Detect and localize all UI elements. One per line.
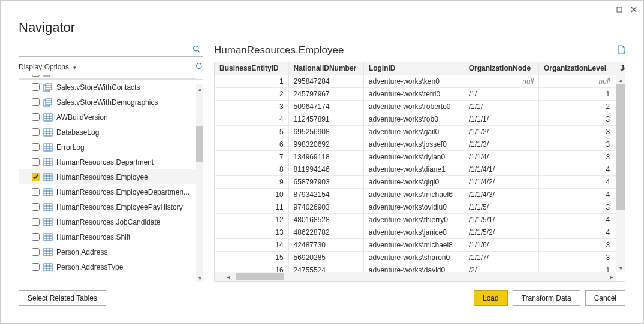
tree-checkbox[interactable] <box>32 203 40 211</box>
table-cell: 1 <box>215 75 288 87</box>
table-row[interactable]: 1556920285adventure-works\sharon0/1/1/7/… <box>215 251 625 264</box>
tree-item[interactable]: DatabaseLog <box>19 125 196 140</box>
refresh-icon[interactable] <box>195 62 203 72</box>
scroll-right-arrow[interactable]: ▸ <box>607 272 616 281</box>
table-row[interactable]: 4112457891adventure-works\rob0/1/1/1/3Se… <box>215 113 625 125</box>
column-header[interactable]: LoginID <box>363 62 464 75</box>
table-row[interactable]: 3509647174adventure-works\roberto0/1/1/2… <box>215 100 625 113</box>
table-cell: adventure-works\michael8 <box>363 238 464 251</box>
grid-horizontal-scrollbar[interactable]: ◂ ▸ <box>215 272 616 281</box>
column-header[interactable]: OrganizationNode <box>464 62 538 75</box>
tree-item[interactable]: ErrorLog <box>19 140 196 155</box>
tree-vertical-scrollbar[interactable]: ▴ ▾ <box>196 84 203 282</box>
table-cell: 1 <box>538 87 615 100</box>
table-cell: 879342154 <box>288 188 363 201</box>
table-row[interactable]: 8811994146adventure-works\diane1/1/1/4/1… <box>215 163 625 175</box>
table-row[interactable]: 1442487730adventure-works\michael8/1/1/6… <box>215 238 625 251</box>
tree-item[interactable]: AWBuildVersion <box>19 110 196 125</box>
column-header[interactable]: OrganizationLevel <box>538 62 615 75</box>
tree-item[interactable]: HumanResources.JobCandidate <box>19 214 196 229</box>
cancel-button[interactable]: Cancel <box>585 290 625 306</box>
table-cell: adventure-works\diane1 <box>363 163 464 175</box>
table-cell: 295847284 <box>288 75 363 87</box>
table-row[interactable]: 5695256908adventure-works\gail0/1/1/2/3D… <box>215 125 625 138</box>
select-related-tables-button[interactable]: Select Related Tables <box>19 290 106 306</box>
display-options-dropdown[interactable]: Display Options ▾ <box>19 63 76 71</box>
table-row[interactable]: 1295847284adventure-works\ken0nullnullCh… <box>215 75 625 87</box>
load-button[interactable]: Load <box>474 290 508 306</box>
tree-item[interactable]: Sales.vStoreWithDemographics <box>19 95 196 110</box>
tree-checkbox[interactable] <box>32 173 40 181</box>
table-row[interactable]: 9658797903adventure-works\gigi0/1/1/4/2/… <box>215 175 625 188</box>
scroll-up-arrow[interactable]: ▴ <box>616 75 625 84</box>
table-cell: adventure-works\gail0 <box>363 125 464 138</box>
table-cell: /1/1/4/3/ <box>464 188 538 201</box>
tree-checkbox[interactable] <box>32 188 40 196</box>
close-button[interactable] <box>627 3 641 16</box>
table-cell: null <box>464 75 538 87</box>
table-cell: /1/ <box>464 87 538 100</box>
tree-checkbox[interactable] <box>32 263 40 271</box>
table-cell: 11 <box>215 201 288 213</box>
column-header[interactable]: JobTitle <box>615 62 625 75</box>
table-cell: adventure-works\thierry0 <box>363 213 464 226</box>
table-row[interactable]: 7134969118adventure-works\dylan0/1/1/4/3… <box>215 150 625 163</box>
scrollbar-thumb[interactable] <box>236 273 284 280</box>
tree-item[interactable]: HumanResources.Shift <box>19 229 196 244</box>
table-row[interactable]: 13486228782adventure-works\janice0/1/1/5… <box>215 226 625 238</box>
scroll-up-arrow[interactable]: ▴ <box>196 84 203 93</box>
svg-rect-8 <box>46 84 52 90</box>
column-header[interactable]: BusinessEntityID <box>215 62 288 75</box>
table-cell: 245797967 <box>288 87 363 100</box>
tree-item[interactable]: Sales.vStoreWithContacts <box>19 80 196 95</box>
dialog-footer: Select Related Tables Load Transform Dat… <box>1 282 643 306</box>
table-cell: 509647174 <box>288 100 363 113</box>
table-row[interactable]: 11974026903adventure-works\ovidiu0/1/1/5… <box>215 201 625 213</box>
scroll-down-arrow[interactable]: ▾ <box>616 264 625 272</box>
table-row[interactable]: 10879342154adventure-works\michael6/1/1/… <box>215 188 625 201</box>
table-cell: 2 <box>215 87 288 100</box>
scroll-left-arrow[interactable]: ◂ <box>223 272 233 281</box>
tree-item[interactable]: Person.Address <box>19 244 196 259</box>
tree-checkbox[interactable] <box>32 218 40 226</box>
tree-item-label: Person.Address <box>56 248 107 256</box>
tree-checkbox[interactable] <box>32 98 40 106</box>
svg-rect-5 <box>44 75 50 76</box>
tree-item[interactable]: Person.AddressType <box>19 259 196 274</box>
view-icon <box>43 83 53 92</box>
tree-item[interactable]: HumanResources.Department <box>19 155 196 169</box>
table-row[interactable]: 12480168528adventure-works\thierry0/1/1/… <box>215 213 625 226</box>
tree-item-label: HumanResources.EmployeePayHistory <box>56 203 183 211</box>
scrollbar-thumb[interactable] <box>616 84 625 210</box>
create-blank-query-icon[interactable]: + <box>617 45 625 56</box>
search-icon[interactable] <box>192 45 200 54</box>
search-input[interactable] <box>23 46 192 54</box>
scroll-down-arrow[interactable]: ▾ <box>196 274 203 282</box>
grid-vertical-scrollbar[interactable]: ▴ ▾ <box>616 75 625 272</box>
tree-checkbox[interactable] <box>32 248 40 256</box>
table-row[interactable]: 6998320692adventure-works\jossef0/1/1/3/… <box>215 138 625 150</box>
tree-checkbox[interactable] <box>32 233 40 241</box>
table-cell: null <box>538 75 615 87</box>
tree-checkbox[interactable] <box>32 128 40 136</box>
tree-checkbox[interactable] <box>32 113 40 121</box>
transform-data-button[interactable]: Transform Data <box>513 290 580 306</box>
tree-checkbox[interactable] <box>32 75 40 77</box>
scrollbar-thumb[interactable] <box>196 126 203 162</box>
tree-item[interactable]: HumanResources.Employee <box>19 169 196 184</box>
column-header[interactable]: NationalIDNumber <box>288 62 363 75</box>
table-cell: 42487730 <box>288 238 363 251</box>
svg-rect-15 <box>44 114 52 121</box>
svg-rect-60 <box>44 249 52 256</box>
table-cell: 9 <box>215 175 288 188</box>
maximize-button[interactable] <box>612 3 627 16</box>
table-cell: /1/1/4/2/ <box>464 175 538 188</box>
tree-item[interactable]: HumanResources.EmployeePayHistory <box>19 199 196 214</box>
table-cell: 112457891 <box>288 113 363 125</box>
search-box[interactable] <box>19 43 203 57</box>
tree-checkbox[interactable] <box>32 158 40 166</box>
table-row[interactable]: 2245797967adventure-works\terri0/1/1Vice <box>215 87 625 100</box>
tree-checkbox[interactable] <box>32 143 40 151</box>
tree-checkbox[interactable] <box>32 83 40 91</box>
tree-item[interactable]: HumanResources.EmployeeDepartmen... <box>19 184 196 199</box>
